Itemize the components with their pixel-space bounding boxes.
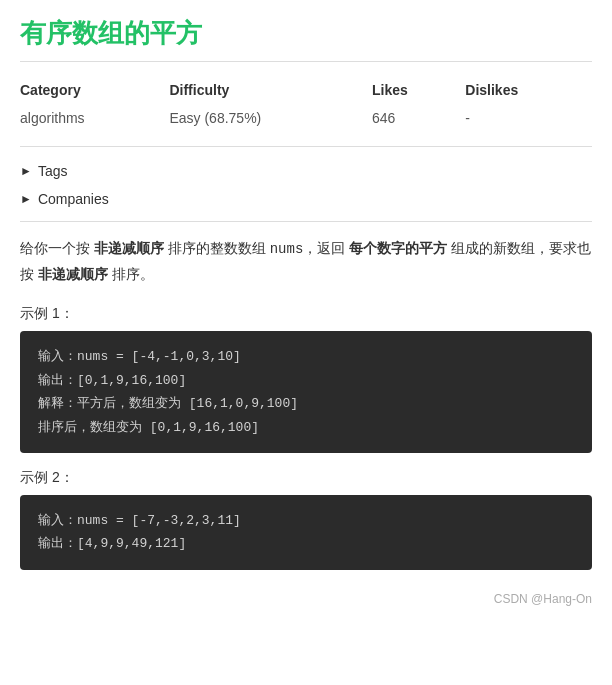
companies-label: Companies	[38, 191, 109, 207]
desc-bold2: 每个数字的平方	[349, 240, 447, 256]
desc-part1: 给你一个按	[20, 240, 94, 256]
example1-explain-line1: 解释：平方后，数组变为 [16,1,0,9,100]	[38, 392, 574, 415]
divider-1	[20, 146, 592, 147]
cell-likes: 646	[372, 104, 465, 132]
example2-title: 示例 2：	[20, 469, 592, 487]
page-container: 有序数组的平方 Category Difficulty Likes Dislik…	[0, 0, 612, 622]
col-header-likes: Likes	[372, 76, 465, 104]
example1-block: 输入：nums = [-4,-1,0,3,10] 输出：[0,1,9,16,10…	[20, 331, 592, 453]
page-title: 有序数组的平方	[20, 16, 592, 62]
example1-title: 示例 1：	[20, 305, 592, 323]
example1-output-value: [0,1,9,16,100]	[77, 373, 186, 388]
cell-dislikes: -	[465, 104, 592, 132]
example1-output-label: 输出：	[38, 373, 77, 388]
info-table: Category Difficulty Likes Dislikes algor…	[20, 76, 592, 132]
example1-input-line: 输入：nums = [-4,-1,0,3,10]	[38, 345, 574, 368]
description: 给你一个按 非递减顺序 排序的整数数组 nums，返回 每个数字的平方 组成的新…	[20, 236, 592, 287]
divider-2	[20, 221, 592, 222]
example2-output-value: [4,9,9,49,121]	[77, 536, 186, 551]
example2-block: 输入：nums = [-7,-3,2,3,11] 输出：[4,9,9,49,12…	[20, 495, 592, 570]
tags-label: Tags	[38, 163, 68, 179]
example1-input-value: nums = [-4,-1,0,3,10]	[77, 349, 241, 364]
companies-row[interactable]: ► Companies	[20, 185, 592, 213]
footer: CSDN @Hang-On	[20, 586, 592, 606]
example1-input-label: 输入：	[38, 349, 77, 364]
example1-explain-label: 解释：	[38, 396, 77, 411]
example2-output-line: 输出：[4,9,9,49,121]	[38, 532, 574, 555]
example2-input-label: 输入：	[38, 513, 77, 528]
col-header-dislikes: Dislikes	[465, 76, 592, 104]
col-header-category: Category	[20, 76, 169, 104]
example1-explain2-value: 排序后，数组变为 [0,1,9,16,100]	[38, 420, 259, 435]
table-row: algorithms Easy (68.75%) 646 -	[20, 104, 592, 132]
example1-explain-line2: 排序后，数组变为 [0,1,9,16,100]	[38, 416, 574, 439]
tags-arrow-icon: ►	[20, 164, 32, 178]
desc-part3: ，返回	[303, 240, 349, 256]
example1-explain-value: 平方后，数组变为 [16,1,0,9,100]	[77, 396, 298, 411]
desc-part5: 排序。	[108, 266, 154, 282]
tags-row[interactable]: ► Tags	[20, 157, 592, 185]
desc-part2: 排序的整数数组	[164, 240, 270, 256]
example2-input-line: 输入：nums = [-7,-3,2,3,11]	[38, 509, 574, 532]
example2-output-label: 输出：	[38, 536, 77, 551]
example2-input-value: nums = [-7,-3,2,3,11]	[77, 513, 241, 528]
col-header-difficulty: Difficulty	[169, 76, 372, 104]
companies-arrow-icon: ►	[20, 192, 32, 206]
cell-category: algorithms	[20, 104, 169, 132]
cell-difficulty: Easy (68.75%)	[169, 104, 372, 132]
desc-bold3: 非递减顺序	[38, 266, 108, 282]
desc-code1: nums	[270, 241, 304, 257]
example1-output-line: 输出：[0,1,9,16,100]	[38, 369, 574, 392]
desc-bold1: 非递减顺序	[94, 240, 164, 256]
